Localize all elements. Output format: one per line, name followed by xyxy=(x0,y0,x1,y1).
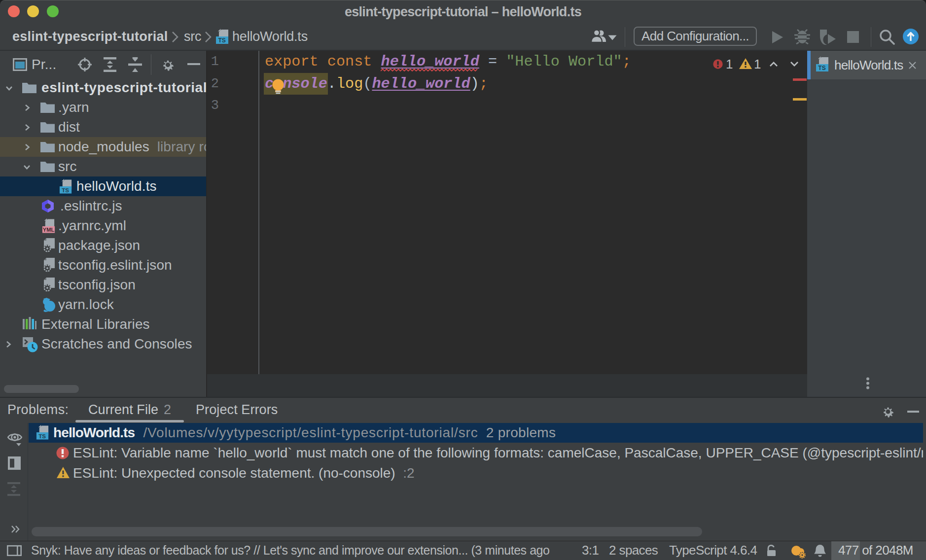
svg-text:TS: TS xyxy=(818,65,825,71)
svg-text:YML: YML xyxy=(43,227,55,233)
svg-text:TS: TS xyxy=(62,187,69,193)
svg-text:TS: TS xyxy=(38,433,46,439)
svg-text:TS: TS xyxy=(218,37,226,44)
